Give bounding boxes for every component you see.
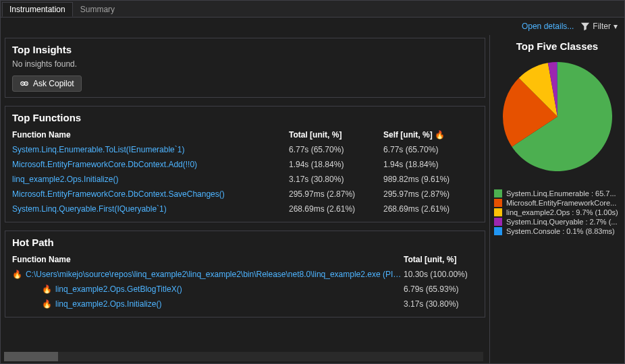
table-row[interactable]: linq_example2.Ops.Initialize()3.17s (30.… (12, 172, 478, 187)
flame-icon: 🔥 (42, 284, 51, 294)
tab-bar: Instrumentation Summary (1, 1, 624, 18)
swatch (494, 189, 502, 198)
horizontal-scrollbar[interactable] (4, 352, 483, 361)
svg-point-3 (26, 83, 27, 84)
table-row[interactable]: System.Linq.Queryable.First(IQueryable`1… (12, 202, 478, 216)
legend-item[interactable]: System.Linq.Enumerable : 65.7... (494, 189, 620, 198)
flame-icon: 🔥 (42, 299, 51, 309)
chevron-down-icon: ▾ (614, 22, 618, 31)
table-row[interactable]: 🔥linq_example2.Ops.GetBlogTitleX()6.79s … (12, 282, 478, 297)
top-insights-title: Top Insights (12, 44, 478, 55)
filter-label: Filter (593, 22, 611, 31)
hot-path-title: Hot Path (12, 237, 478, 248)
swatch (494, 218, 502, 226)
table-row[interactable]: Microsoft.EntityFrameworkCore.DbContext.… (12, 157, 478, 172)
ask-copilot-button[interactable]: Ask Copilot (12, 75, 82, 92)
hot-path-panel: Hot Path Function Name Total [unit, %] 🔥… (5, 231, 485, 317)
col-self[interactable]: Self [unit, %] 🔥 (383, 127, 478, 142)
legend-item[interactable]: Microsoft.EntityFrameworkCore... (494, 199, 620, 207)
swatch (494, 199, 502, 207)
copilot-label: Ask Copilot (33, 79, 74, 88)
tab-summary[interactable]: Summary (73, 2, 122, 17)
swatch (494, 208, 502, 216)
open-details-link[interactable]: Open details... (522, 22, 574, 31)
filter-button[interactable]: Filter ▾ (580, 22, 618, 31)
top-functions-table: Function Name Total [unit, %] Self [unit… (12, 127, 478, 216)
copilot-icon (20, 79, 29, 88)
flame-icon: 🔥 (12, 270, 22, 279)
svg-point-2 (22, 83, 24, 84)
col-function-name[interactable]: Function Name (12, 127, 289, 142)
swatch (494, 227, 502, 235)
table-row[interactable]: 🔥linq_example2.Ops.Initialize()3.17s (30… (12, 297, 478, 311)
scroll-thumb[interactable] (4, 352, 58, 361)
top-functions-title: Top Functions (12, 112, 478, 123)
toolbar: Open details... Filter ▾ (1, 18, 624, 35)
pie-legend: System.Linq.Enumerable : 65.7... Microso… (494, 189, 620, 237)
legend-item[interactable]: System.Console : 0.1% (8.83ms) (494, 227, 620, 235)
pie-chart (497, 56, 618, 177)
table-row[interactable]: System.Linq.Enumerable.ToList(IEnumerabl… (12, 142, 478, 157)
top-five-classes-panel: Top Five Classes System.Linq.Enumerable … (489, 35, 624, 364)
hp-col-total[interactable]: Total [unit, %] (404, 252, 478, 267)
legend-item[interactable]: System.Linq.Queryable : 2.7% (... (494, 218, 620, 226)
tab-instrumentation[interactable]: Instrumentation (2, 2, 73, 17)
no-insights-text: No insights found. (12, 59, 478, 69)
table-row[interactable]: 🔥C:\Users\mikejo\source\repos\linq_examp… (12, 267, 478, 282)
hp-col-name[interactable]: Function Name (12, 252, 404, 267)
hot-path-table: Function Name Total [unit, %] 🔥C:\Users\… (12, 252, 478, 311)
top-functions-panel: Top Functions Function Name Total [unit,… (5, 106, 485, 222)
table-row[interactable]: Microsoft.EntityFrameworkCore.DbContext.… (12, 187, 478, 202)
flame-icon: 🔥 (435, 130, 445, 140)
legend-item[interactable]: linq_example2.Ops : 9.7% (1.00s) (494, 208, 620, 216)
pie-title: Top Five Classes (494, 40, 620, 52)
top-insights-panel: Top Insights No insights found. Ask Copi… (5, 38, 485, 98)
funnel-icon (580, 22, 590, 31)
col-total[interactable]: Total [unit, %] (289, 127, 383, 142)
